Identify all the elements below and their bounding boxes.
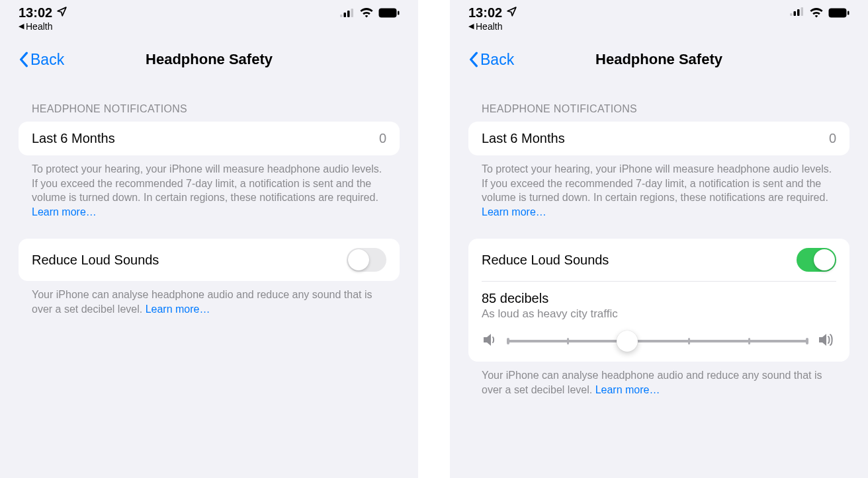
breadcrumb-app: Health — [476, 21, 502, 32]
page-title: Headphone Safety — [19, 51, 400, 68]
reduce-group: Reduce Loud Sounds — [19, 239, 400, 281]
notifications-period-cell[interactable]: Last 6 Months 0 — [19, 122, 400, 155]
svg-rect-6 — [790, 13, 793, 16]
reduce-footer: Your iPhone can analyse headphone audio … — [468, 362, 849, 397]
notifications-period-cell[interactable]: Last 6 Months 0 — [468, 122, 849, 155]
breadcrumb[interactable]: ◀ Health — [19, 21, 400, 32]
cellular-icon — [790, 7, 804, 19]
svg-rect-9 — [801, 7, 804, 16]
reduce-loud-sounds-cell: Reduce Loud Sounds — [19, 239, 400, 281]
svg-rect-1 — [344, 13, 347, 17]
notifications-period-label: Last 6 Months — [32, 131, 115, 146]
section-header-notifications: HEADPHONE NOTIFICATIONS — [468, 103, 849, 115]
breadcrumb[interactable]: ◀ Health — [468, 21, 849, 32]
notifications-count: 0 — [379, 131, 386, 146]
decibel-subcell: 85 decibels As loud as heavy city traffi… — [482, 281, 836, 362]
reduce-loud-sounds-label: Reduce Loud Sounds — [482, 253, 609, 268]
notifications-period-label: Last 6 Months — [482, 131, 565, 146]
svg-rect-10 — [829, 8, 847, 17]
svg-rect-7 — [794, 11, 797, 16]
status-time: 13:02 — [468, 5, 502, 20]
svg-rect-0 — [340, 15, 343, 17]
svg-rect-11 — [847, 11, 849, 15]
reduce-group: Reduce Loud Sounds 85 decibels As loud a… — [468, 239, 849, 362]
reduce-loud-sounds-cell: Reduce Loud Sounds — [468, 239, 849, 281]
status-left: 13:02 — [468, 5, 517, 20]
volume-high-icon — [818, 333, 836, 350]
status-icons — [340, 7, 400, 18]
decibel-slider[interactable] — [507, 340, 808, 342]
svg-rect-3 — [351, 9, 354, 17]
page-title: Headphone Safety — [468, 51, 849, 68]
svg-rect-2 — [347, 11, 350, 17]
notifications-footer: To protect your hearing, your iPhone wil… — [468, 155, 849, 219]
status-bar: 13:02 — [468, 0, 849, 20]
notifications-learn-more-link[interactable]: Learn more… — [32, 206, 97, 218]
svg-rect-5 — [398, 11, 400, 15]
battery-icon — [378, 8, 400, 18]
status-bar: 13:02 — [19, 0, 400, 20]
back-button[interactable]: Back — [468, 51, 514, 69]
reduce-learn-more-link[interactable]: Learn more… — [595, 384, 660, 395]
section-header-notifications: HEADPHONE NOTIFICATIONS — [19, 103, 400, 115]
breadcrumb-back-icon: ◀ — [19, 22, 24, 30]
nav-bar: Back Headphone Safety — [19, 46, 400, 73]
screen-reduce-off: 13:02 ◀ Health Back Headphone Safety HE — [0, 0, 418, 478]
volume-low-icon — [482, 333, 498, 350]
back-label: Back — [480, 51, 514, 69]
breadcrumb-app: Health — [26, 21, 52, 32]
notifications-group: Last 6 Months 0 — [19, 122, 400, 155]
back-button[interactable]: Back — [19, 51, 64, 69]
status-left: 13:02 — [19, 5, 67, 20]
cellular-icon — [340, 8, 355, 17]
breadcrumb-back-icon: ◀ — [468, 22, 474, 30]
decibel-value: 85 decibels — [482, 291, 836, 306]
reduce-footer: Your iPhone can analyse headphone audio … — [19, 281, 400, 316]
svg-rect-4 — [379, 8, 397, 17]
wifi-icon — [809, 7, 824, 18]
battery-icon — [828, 8, 849, 18]
notifications-learn-more-link[interactable]: Learn more… — [482, 206, 546, 218]
reduce-loud-sounds-label: Reduce Loud Sounds — [32, 253, 159, 268]
svg-rect-8 — [797, 9, 800, 16]
wifi-icon — [359, 7, 374, 18]
notifications-count: 0 — [829, 131, 836, 146]
back-label: Back — [30, 51, 64, 69]
decibel-compare: As loud as heavy city traffic — [482, 307, 836, 321]
notifications-footer: To protect your hearing, your iPhone wil… — [19, 155, 400, 219]
slider-thumb[interactable] — [617, 331, 638, 352]
screen-reduce-on: 13:02 ◀ Health Back Headphone Safety HE — [450, 0, 868, 478]
status-time: 13:02 — [19, 5, 52, 20]
location-icon — [506, 6, 517, 17]
decibel-slider-row — [482, 333, 836, 350]
reduce-loud-sounds-toggle[interactable] — [797, 248, 836, 272]
location-icon — [56, 6, 67, 17]
reduce-loud-sounds-toggle[interactable] — [347, 248, 386, 272]
notifications-group: Last 6 Months 0 — [468, 122, 849, 155]
reduce-learn-more-link[interactable]: Learn more… — [146, 303, 210, 315]
status-icons — [790, 7, 849, 19]
nav-bar: Back Headphone Safety — [468, 46, 849, 73]
